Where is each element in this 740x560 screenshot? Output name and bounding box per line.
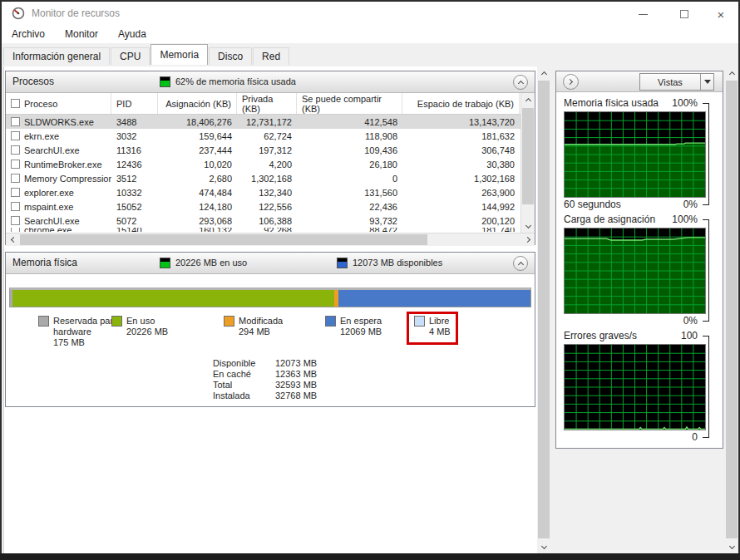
legend-item-en: En uso20226 MB (111, 316, 168, 337)
processes-collapse-button[interactable] (513, 75, 528, 90)
table-row[interactable]: ekrn.exe3032159,64462,724118,908181,632 (6, 129, 521, 143)
summary-row: Disponible12073 MB (213, 358, 317, 369)
left-pane-scrollbar[interactable] (537, 66, 550, 553)
graph-title-errores-graves: Errores graves/s100 (564, 330, 698, 342)
pid-cell: 12436 (111, 157, 158, 171)
working_set-cell: 181,740 (402, 228, 520, 232)
scroll-left-button[interactable] (6, 233, 19, 246)
menu-item-ayuda[interactable]: Ayuda (115, 27, 156, 42)
scroll-down-button[interactable] (725, 540, 738, 553)
table-row[interactable]: SearchUI.exe5072293,068106,38893,732200,… (6, 214, 521, 228)
chevron-up-icon (728, 71, 734, 77)
menu-item-archivo[interactable]: Archivo (8, 27, 55, 42)
process-table-horizontal-scrollbar[interactable] (6, 233, 535, 246)
graph-title-label: Carga de asignación (564, 214, 655, 226)
row-checkbox[interactable] (11, 228, 20, 232)
views-dropdown-button[interactable]: Vistas (639, 73, 714, 91)
process-table-header: ProcesoPIDAsignación (KB)Privada (KB)Se … (6, 93, 521, 115)
summary-row: Instalada32768 MB (213, 391, 317, 401)
row-checkbox[interactable] (11, 174, 20, 183)
tab-disco[interactable]: Disco (209, 47, 252, 65)
pid-cell: 3032 (111, 129, 158, 143)
panel-collapse-button[interactable] (563, 74, 579, 90)
column-header-label: Espacio de trabajo (KB) (417, 99, 514, 109)
tab-cpu[interactable]: CPU (111, 47, 150, 65)
available-swatch-icon (337, 258, 348, 268)
scroll-down-button[interactable] (521, 219, 535, 233)
legend-label: En espera (340, 316, 382, 327)
table-row[interactable]: Memory Compression35122,6801,302,16801,3… (6, 171, 521, 185)
commit-cell: 237,444 (158, 143, 237, 157)
scroll-up-button[interactable] (725, 66, 738, 80)
commit-cell: 2,680 (158, 171, 237, 185)
tab-información-general[interactable]: Información general (3, 47, 110, 65)
row-checkbox[interactable] (11, 188, 20, 197)
column-header-6[interactable]: Espacio de trabajo (KB) (402, 93, 520, 114)
commit-cell: 293,068 (158, 214, 237, 228)
scroll-up-button[interactable] (521, 93, 535, 106)
table-row[interactable]: SLDWORKS.exe348818,406,27612,731,172412,… (6, 115, 521, 129)
menu-item-monitor[interactable]: Monitor (62, 27, 108, 42)
maximize-icon (680, 10, 688, 18)
legend-text: En espera12069 MB (340, 316, 382, 337)
scroll-down-button[interactable] (537, 540, 550, 553)
row-checkbox[interactable] (11, 117, 20, 126)
tab-bar: Información generalCPUMemoriaDiscoRed (2, 43, 738, 65)
graph-ymax-label: 100% (672, 214, 698, 226)
right-pane-scrollbar[interactable] (725, 66, 738, 553)
process-name-cell: ekrn.exe (6, 129, 111, 143)
column-header-1[interactable]: Proceso (6, 93, 111, 114)
column-header-2[interactable]: PID (111, 93, 158, 114)
scrollbar-thumb[interactable] (726, 81, 738, 538)
tab-memoria[interactable]: Memoria (150, 44, 208, 65)
legend-text: Modificada294 MB (239, 316, 283, 337)
scroll-right-button[interactable] (521, 233, 535, 246)
table-row[interactable]: mspaint.exe15052124,180122,55622,436144,… (6, 199, 521, 214)
shareable-cell: 93,732 (297, 214, 402, 228)
row-checkbox[interactable] (11, 131, 20, 140)
process-name: SearchUI.exe (24, 216, 80, 226)
table-row[interactable]: RuntimeBroker.exe1243610,0204,20026,1803… (6, 157, 521, 171)
maximize-button[interactable] (670, 5, 698, 23)
row-checkbox[interactable] (11, 160, 20, 169)
column-header-label: Proceso (24, 99, 57, 109)
chevron-up-icon (525, 98, 530, 104)
column-header-3[interactable]: Asignación (KB) (158, 93, 237, 114)
process-name: chrome.exe (24, 228, 72, 232)
summary-value: 32768 MB (275, 391, 317, 401)
pid-cell: 15052 (111, 199, 158, 214)
graph-bottom-memoria-fisica-usada: 60 segundos0% (564, 199, 698, 211)
process-table-vertical-scrollbar[interactable] (520, 93, 535, 233)
scrollbar-thumb[interactable] (538, 81, 550, 538)
chevron-up-icon (517, 81, 523, 86)
physical-memory-header: Memoria física 20226 MB en uso 12073 MB … (6, 253, 535, 274)
scroll-up-button[interactable] (537, 66, 550, 80)
scrollbar-thumb[interactable] (20, 234, 427, 245)
summary-row: Total32593 MB (213, 380, 317, 391)
tab-red[interactable]: Red (253, 47, 289, 65)
row-checkbox[interactable] (11, 216, 20, 225)
column-header-5[interactable]: Se puede compartir (KB) (297, 93, 402, 114)
summary-label: Disponible (213, 358, 275, 369)
row-checkbox[interactable] (11, 145, 20, 155)
process-name-cell: chrome.exe (6, 228, 111, 232)
minimize-button[interactable] (629, 5, 657, 23)
views-arrow[interactable] (700, 74, 713, 90)
process-name-cell: SearchUI.exe (6, 214, 111, 228)
table-row[interactable]: SearchUI.exe11316237,444197,312109,43630… (6, 143, 521, 157)
column-header-label: Asignación (KB) (165, 99, 231, 109)
physical-memory-collapse-button[interactable] (513, 256, 528, 271)
graphs-panel: Vistas Memoria física usada100%60 segund… (555, 71, 723, 449)
memory-legend: Reservada para hardware175 MBEn uso20226… (6, 312, 535, 356)
legend-value: 175 MB (53, 337, 125, 348)
working_set-cell: 263,900 (402, 185, 520, 199)
table-row[interactable]: explorer.exe10332474,484132,340131,56026… (6, 185, 521, 199)
working_set-cell: 1,302,168 (402, 171, 520, 185)
scrollbar-thumb[interactable] (522, 108, 534, 204)
row-checkbox[interactable] (11, 202, 20, 211)
select-all-checkbox[interactable] (11, 99, 20, 108)
column-header-4[interactable]: Privada (KB) (237, 93, 297, 114)
table-row[interactable]: chrome.exe15140160,13292,26888,472181,74… (6, 228, 521, 232)
chevron-down-icon (525, 222, 530, 228)
close-button[interactable]: × (707, 5, 735, 23)
